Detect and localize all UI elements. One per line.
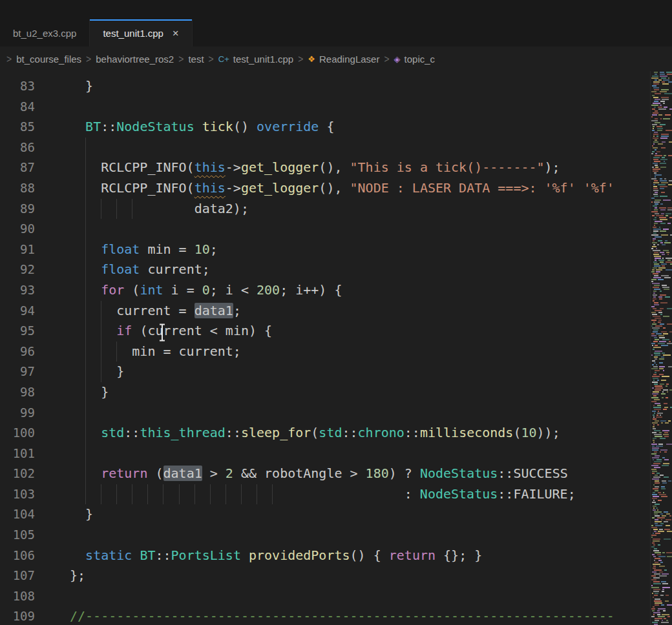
code-line[interactable]: 85 BT::NodeStatus tick() override { [0,117,650,138]
indent-guide [85,178,86,199]
indent-guide [85,382,86,403]
breadcrumb-label: bt_course_files [16,54,81,65]
code-line[interactable]: 107}; [0,566,650,586]
indent-guide [85,158,86,178]
indent-guide [241,484,242,505]
indent-guide [116,199,117,220]
line-number: 83 [0,76,47,97]
line-number: 99 [0,403,47,424]
line-number: 105 [0,525,47,546]
breadcrumb-item-ReadingLaser[interactable]: ❖ReadingLaser [308,54,379,65]
breadcrumb-label: topic_c [404,54,436,65]
code-line[interactable]: 86 [0,138,650,158]
breadcrumb-item-test_unit1.cpp[interactable]: C+test_unit1.cpp [218,54,293,65]
indent-guide [101,199,101,220]
code-line[interactable]: 94 current = data1; [0,301,650,322]
line-number: 101 [0,444,47,464]
indent-guide [85,138,86,158]
indent-guide [85,484,86,505]
indent-guide [226,484,226,505]
indent-guide [101,342,101,362]
line-number: 102 [0,464,47,484]
code-area[interactable]: 83 }8485 BT::NodeStatus tick() override … [0,71,650,625]
indent-guide [85,199,86,220]
line-number: 96 [0,342,47,362]
line-number: 93 [0,280,47,301]
indent-guide [257,484,257,505]
vscode-window: bt_u2_ex3.cpptest_unit1.cpp× >bt_course_… [0,0,672,625]
indent-guide [101,362,101,382]
code-line[interactable]: 99 [0,403,650,424]
code-line[interactable]: 92 float current; [0,260,650,280]
indent-guide [85,240,86,260]
code-line[interactable]: 101 [0,444,650,464]
code-line[interactable]: 109//-----------------------------------… [0,606,650,625]
code-line[interactable]: 100 std::this_thread::sleep_for(std::chr… [0,423,650,444]
indent-guide [85,464,86,484]
indent-guide [85,444,86,464]
indent-guide [210,484,211,505]
code-line[interactable]: 93 for (int i = 0; i < 200; i++) { [0,280,650,301]
line-number: 89 [0,199,47,220]
code-line[interactable]: 102 return (data1 > 2 && robotAngle > 18… [0,464,650,484]
breadcrumb-item-behaviortree_ros2[interactable]: behaviortree_ros2 [96,54,174,65]
minimap[interactable] [650,71,672,625]
code-line[interactable]: 89 data2); [0,199,650,220]
line-number: 90 [0,219,47,240]
line-number: 97 [0,362,47,382]
line-number: 109 [0,606,47,625]
code-line[interactable]: 98 } [0,382,650,403]
indent-guide [85,321,86,342]
code-line[interactable]: 104 } [0,504,650,525]
tab-bar: bt_u2_ex3.cpptest_unit1.cpp× [0,19,672,46]
breadcrumb-label: behaviortree_ros2 [96,54,174,65]
code-line[interactable]: 91 float min = 10; [0,240,650,260]
breadcrumb-label: ReadingLaser [319,54,379,65]
code-line[interactable]: 105 [0,525,650,546]
code-line[interactable]: 103 : NodeStatus::FAILURE; [0,484,650,505]
code-line[interactable]: 84 [0,97,650,118]
line-number: 106 [0,546,47,566]
code-line[interactable]: 106 static BT::PortsList providedPorts()… [0,546,650,566]
tab-label: bt_u2_ex3.cpp [13,28,76,39]
code-line[interactable]: 96 min = current; [0,342,650,362]
indent-guide [85,403,86,424]
indent-guide [116,484,117,505]
breadcrumb-item-topic_c[interactable]: ◈topic_c [394,54,436,65]
code-line[interactable]: 88 RCLCPP_INFO(this->get_logger(), "NODE… [0,178,650,199]
tab-test_unit1.cpp[interactable]: test_unit1.cpp× [90,19,192,46]
editor: 83 }8485 BT::NodeStatus tick() override … [0,71,672,625]
indent-guide [85,301,86,322]
line-number: 84 [0,97,47,118]
code-line[interactable]: 108 [0,586,650,607]
indent-guide [132,484,132,505]
title-bar [0,0,672,19]
minimap-canvas[interactable] [651,71,672,625]
chevron-right-icon: > [384,52,389,65]
class-icon: ❖ [308,54,315,64]
line-number: 103 [0,484,47,505]
line-number: 94 [0,301,47,322]
indent-guide [194,484,195,505]
indent-guide [116,342,117,362]
line-number: 104 [0,504,47,525]
code-line[interactable]: 83 } [0,76,650,97]
breadcrumb-item-bt_course_files[interactable]: bt_course_files [16,54,81,65]
tab-bt_u2_ex3.cpp[interactable]: bt_u2_ex3.cpp [0,19,90,46]
chevron-right-icon: > [209,52,214,65]
breadcrumb-label: test_unit1.cpp [233,54,293,65]
code-line[interactable]: 90 [0,219,650,240]
indent-guide [85,423,86,444]
line-number: 85 [0,117,47,138]
method-icon: ◈ [394,54,401,64]
indent-guide [101,484,101,505]
code-line[interactable]: 95 if (current < min) { [0,321,650,342]
line-number: 108 [0,586,47,607]
tab-close-icon[interactable]: × [173,28,179,39]
tab-label: test_unit1.cpp [103,28,163,39]
chevron-right-icon: > [298,52,303,65]
indent-guide [147,484,148,505]
breadcrumb-item-test[interactable]: test [188,54,204,65]
code-line[interactable]: 97 } [0,362,650,382]
code-line[interactable]: 87 RCLCPP_INFO(this->get_logger(), "This… [0,158,650,178]
